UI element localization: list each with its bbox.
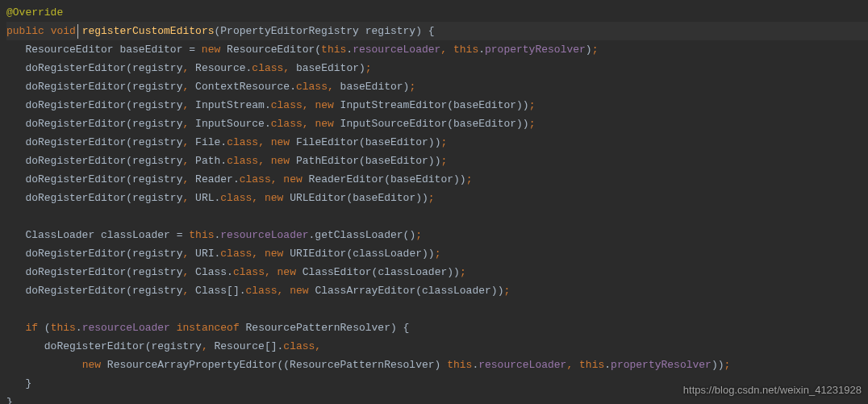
code-line: ClassLoader classLoader = this.resourceL… <box>6 226 868 244</box>
code-line: doRegisterEditor(registry, File.class, n… <box>6 133 868 152</box>
code-line: doRegisterEditor(registry, Class[].class… <box>6 281 868 300</box>
code-editor[interactable]: @Override public void registerCustomEdit… <box>0 0 868 404</box>
code-line <box>6 207 868 226</box>
code-line: doRegisterEditor(registry, Class.class, … <box>6 263 868 281</box>
code-line: doRegisterEditor(registry, ContextResour… <box>6 77 868 96</box>
code-line <box>6 300 868 319</box>
code-line: new ResourceArrayPropertyEditor((Resourc… <box>6 356 868 374</box>
code-line: doRegisterEditor(registry, Reader.class,… <box>6 170 868 189</box>
code-line: doRegisterEditor(registry, Path.class, n… <box>6 152 868 170</box>
text-cursor <box>77 24 78 39</box>
code-line: if (this.resourceLoader instanceof Resou… <box>6 319 868 337</box>
code-line: ResourceEditor baseEditor = new Resource… <box>6 40 868 59</box>
code-line: doRegisterEditor(registry, URI.class, ne… <box>6 244 868 263</box>
code-line: @Override <box>6 3 868 22</box>
code-line: doRegisterEditor(registry, URL.class, ne… <box>6 189 868 207</box>
code-line: doRegisterEditor(registry, Resource.clas… <box>6 59 868 77</box>
code-line: doRegisterEditor(registry, Resource[].cl… <box>6 337 868 356</box>
code-line: doRegisterEditor(registry, InputSource.c… <box>6 115 868 133</box>
watermark: https://blog.csdn.net/weixin_41231928 <box>683 381 862 399</box>
code-line: public void registerCustomEditors(Proper… <box>6 22 868 40</box>
code-line: doRegisterEditor(registry, InputStream.c… <box>6 96 868 115</box>
